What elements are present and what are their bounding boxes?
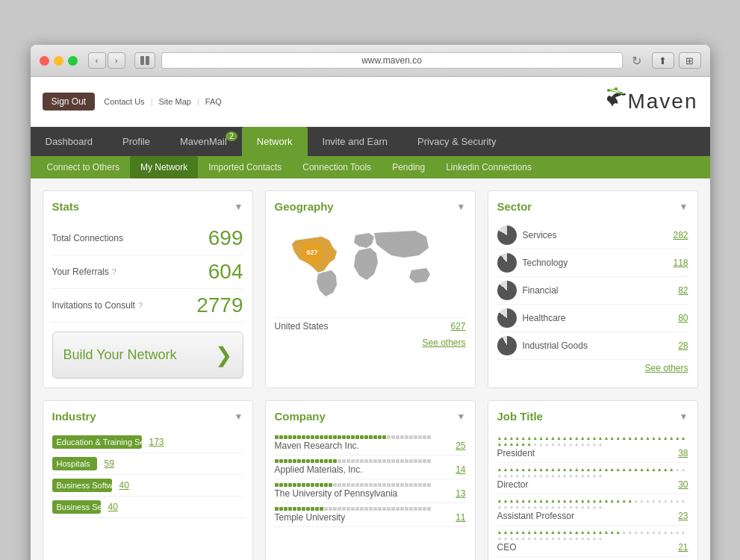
nav-item-dashboard[interactable]: Dashboard	[31, 127, 108, 156]
sector-count-3[interactable]: 80	[678, 313, 688, 323]
sector-icon-healthcare	[497, 308, 517, 328]
layout-button[interactable]	[134, 52, 155, 69]
geography-title: Geography	[275, 200, 334, 213]
jobtitle-row-2: ▲▲▲▲▲▲▲▲▲▲▲▲▲▲▲▲▲▲▲▲▲▲▲▲▲▲▲▲▲▲▲▲▲▲▲▲▲▲▲▲…	[497, 494, 688, 526]
sector-name-1: Technology	[523, 258, 568, 268]
country-name: United States	[275, 321, 329, 332]
jobtitle-row-0: ▲▲▲▲▲▲▲▲▲▲▲▲▲▲▲▲▲▲▲▲▲▲▲▲▲▲▲▲▲▲▲▲▲▲▲▲▲▲▲▲…	[497, 432, 688, 463]
company-row-3: Temple University 11	[275, 503, 466, 527]
contact-us-link[interactable]: Contact Us	[104, 97, 144, 106]
industry-bar-0: Education & Training Services	[52, 435, 142, 449]
nav-item-profile[interactable]: Profile	[108, 127, 165, 156]
build-network-arrow-icon: ❯	[215, 343, 232, 367]
stat-row-connections: Total Connections 699	[52, 222, 243, 255]
map-bubble-text: 627	[306, 249, 317, 256]
industry-count-1[interactable]: 59	[105, 458, 114, 469]
jobtitle-triangles-2: ▲▲▲▲▲▲▲▲▲▲▲▲▲▲▲▲▲▲▲▲▲▲▲▲▲▲▲▲▲▲▲▲▲▲▲▲▲▲▲▲…	[497, 498, 688, 509]
sector-count-2[interactable]: 82	[678, 285, 688, 296]
browser-actions: ⬆ ⊞	[652, 52, 701, 69]
sign-out-button[interactable]: Sign Out	[43, 93, 96, 111]
url-bar[interactable]: www.maven.co	[161, 52, 623, 69]
forward-button[interactable]: ›	[108, 52, 125, 69]
browser-titlebar: ‹ › www.maven.co ↻ ⬆ ⊞	[31, 45, 710, 77]
mavenmail-badge: 2	[226, 131, 237, 141]
industry-list: Education & Training Services 173 Hospit…	[52, 432, 243, 518]
sector-name-2: Financial	[523, 285, 559, 296]
geography-header: Geography ▼	[275, 200, 466, 213]
industry-bar-1: Hospitals	[52, 457, 97, 470]
jobtitle-count-0[interactable]: 38	[678, 448, 688, 458]
share-button[interactable]: ⬆	[652, 52, 674, 69]
industry-count-0[interactable]: 173	[149, 437, 164, 447]
company-list: Maven Research Inc. 25 Applied Materials…	[275, 432, 466, 527]
nav-item-privacy[interactable]: Privacy & Security	[402, 127, 511, 156]
company-count-2[interactable]: 13	[455, 488, 465, 499]
company-row-2: The University of Pennsylvania 13	[275, 479, 466, 503]
sector-see-others[interactable]: See others	[497, 363, 688, 373]
jobtitle-name-2: Assistant Professor	[497, 511, 574, 521]
company-dropdown-icon[interactable]: ▼	[457, 411, 466, 422]
header-left: Sign Out Contact Us | Site Map | FAQ	[43, 93, 222, 111]
nav-item-mavenmail[interactable]: MavenMail 2	[165, 127, 242, 156]
industry-row-2: Business Software & Services 40	[52, 475, 243, 497]
build-network-button[interactable]: Build Your Network ❯	[52, 332, 243, 379]
back-button[interactable]: ‹	[88, 52, 106, 69]
company-count-3[interactable]: 11	[455, 512, 465, 523]
site-map-link[interactable]: Site Map	[158, 97, 190, 106]
minimize-button[interactable]	[54, 56, 63, 66]
nav-buttons: ‹ ›	[88, 52, 125, 69]
subnav-connect[interactable]: Connect to Others	[37, 156, 130, 178]
faq-link[interactable]: FAQ	[205, 97, 222, 106]
subnav-tools[interactable]: Connection Tools	[292, 156, 382, 178]
build-network-label: Build Your Network	[63, 347, 177, 363]
industry-dropdown-icon[interactable]: ▼	[234, 411, 243, 422]
geography-dropdown-icon[interactable]: ▼	[457, 202, 466, 212]
jobtitle-triangles-0: ▲▲▲▲▲▲▲▲▲▲▲▲▲▲▲▲▲▲▲▲▲▲▲▲▲▲▲▲▲▲▲▲▲▲▲▲▲▲▲▲…	[497, 435, 688, 447]
subnav-mynetwork[interactable]: My Network	[130, 156, 198, 178]
sector-count-1[interactable]: 118	[673, 258, 688, 268]
jobtitle-row-3: ▲▲▲▲▲▲▲▲▲▲▲▲▲▲▲▲▲▲▲▲▲▲▲▲▲▲▲▲▲▲▲▲▲▲▲▲▲▲▲▲…	[497, 526, 688, 557]
main-nav: Dashboard Profile MavenMail 2 Network In…	[31, 127, 710, 156]
close-button[interactable]	[40, 56, 49, 66]
sector-dropdown-icon[interactable]: ▼	[680, 202, 688, 212]
jobtitle-list: ▲▲▲▲▲▲▲▲▲▲▲▲▲▲▲▲▲▲▲▲▲▲▲▲▲▲▲▲▲▲▲▲▲▲▲▲▲▲▲▲…	[497, 432, 688, 557]
maven-logo-icon	[568, 83, 627, 120]
jobtitle-name-3: CEO	[497, 542, 517, 553]
nav-item-network[interactable]: Network	[242, 127, 308, 156]
industry-count-3[interactable]: 40	[108, 502, 118, 512]
company-row-0: Maven Research Inc. 25	[275, 432, 466, 455]
sector-row-3: Healthcare 80	[497, 305, 688, 332]
jobtitle-count-1[interactable]: 30	[678, 479, 688, 490]
jobtitle-header: Job Title ▼	[497, 410, 688, 423]
invitations-help-icon[interactable]: ?	[138, 301, 143, 310]
sector-count-4[interactable]: 28	[678, 340, 688, 351]
industry-count-2[interactable]: 40	[119, 480, 129, 491]
sector-icon-industrial	[497, 336, 517, 355]
jobtitle-count-3[interactable]: 21	[678, 542, 688, 553]
industry-title: Industry	[52, 410, 96, 423]
nav-item-invite[interactable]: Invite and Earn	[308, 127, 402, 156]
sector-icon-financial	[497, 281, 517, 300]
jobtitle-count-2[interactable]: 23	[678, 511, 688, 521]
geography-see-others[interactable]: See others	[275, 337, 466, 348]
new-tab-button[interactable]: ⊞	[679, 52, 701, 69]
referrals-help-icon[interactable]: ?	[112, 267, 116, 276]
jobtitle-dropdown-icon[interactable]: ▼	[680, 411, 688, 422]
company-count-1[interactable]: 14	[455, 464, 465, 475]
industry-header: Industry ▼	[52, 410, 243, 423]
company-name-3: Temple University	[275, 512, 346, 523]
industry-label-2: Business Software & Services	[57, 481, 167, 490]
subnav-linkedin[interactable]: Linkedin Connections	[435, 156, 542, 178]
world-map-svg: 627	[275, 222, 466, 311]
subnav-pending[interactable]: Pending	[382, 156, 435, 178]
subnav-imported[interactable]: Imported Contacts	[198, 156, 292, 178]
sector-count-0[interactable]: 282	[673, 230, 688, 240]
company-count-0[interactable]: 25	[455, 441, 465, 451]
country-count[interactable]: 627	[450, 321, 465, 332]
industry-bar-2: Business Software & Services	[52, 479, 112, 492]
maximize-button[interactable]	[68, 56, 78, 66]
reload-icon[interactable]: ↻	[632, 54, 641, 68]
industry-row-0: Education & Training Services 173	[52, 432, 243, 453]
stat-value-referrals: 604	[208, 260, 243, 284]
stats-dropdown-icon[interactable]: ▼	[234, 202, 243, 212]
